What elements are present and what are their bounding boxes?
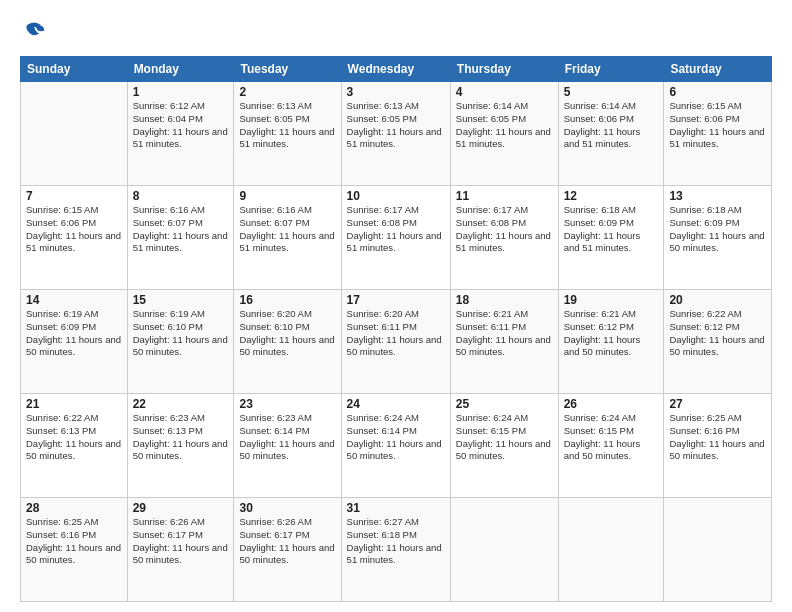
day-info: Sunrise: 6:25 AMSunset: 6:16 PMDaylight:… [669,412,764,461]
day-info: Sunrise: 6:24 AMSunset: 6:15 PMDaylight:… [564,412,641,461]
calendar-cell: 31 Sunrise: 6:27 AMSunset: 6:18 PMDaylig… [341,498,450,602]
weekday-header: Saturday [664,57,772,82]
weekday-header: Tuesday [234,57,341,82]
day-number: 4 [456,85,553,99]
calendar-cell: 7 Sunrise: 6:15 AMSunset: 6:06 PMDayligh… [21,186,128,290]
day-info: Sunrise: 6:22 AMSunset: 6:13 PMDaylight:… [26,412,121,461]
day-info: Sunrise: 6:25 AMSunset: 6:16 PMDaylight:… [26,516,121,565]
day-number: 17 [347,293,445,307]
calendar-cell: 25 Sunrise: 6:24 AMSunset: 6:15 PMDaylig… [450,394,558,498]
calendar-week-row: 7 Sunrise: 6:15 AMSunset: 6:06 PMDayligh… [21,186,772,290]
calendar-cell: 10 Sunrise: 6:17 AMSunset: 6:08 PMDaylig… [341,186,450,290]
calendar-cell [558,498,664,602]
day-info: Sunrise: 6:26 AMSunset: 6:17 PMDaylight:… [239,516,334,565]
calendar-cell: 22 Sunrise: 6:23 AMSunset: 6:13 PMDaylig… [127,394,234,498]
day-number: 25 [456,397,553,411]
day-number: 12 [564,189,659,203]
calendar-cell: 21 Sunrise: 6:22 AMSunset: 6:13 PMDaylig… [21,394,128,498]
weekday-header: Monday [127,57,234,82]
day-info: Sunrise: 6:26 AMSunset: 6:17 PMDaylight:… [133,516,228,565]
logo-icon [20,18,48,46]
day-info: Sunrise: 6:13 AMSunset: 6:05 PMDaylight:… [347,100,442,149]
calendar-cell: 13 Sunrise: 6:18 AMSunset: 6:09 PMDaylig… [664,186,772,290]
day-info: Sunrise: 6:23 AMSunset: 6:13 PMDaylight:… [133,412,228,461]
day-info: Sunrise: 6:16 AMSunset: 6:07 PMDaylight:… [239,204,334,253]
day-number: 30 [239,501,335,515]
calendar-cell: 26 Sunrise: 6:24 AMSunset: 6:15 PMDaylig… [558,394,664,498]
day-number: 1 [133,85,229,99]
calendar-cell: 17 Sunrise: 6:20 AMSunset: 6:11 PMDaylig… [341,290,450,394]
day-info: Sunrise: 6:13 AMSunset: 6:05 PMDaylight:… [239,100,334,149]
day-info: Sunrise: 6:20 AMSunset: 6:10 PMDaylight:… [239,308,334,357]
day-number: 11 [456,189,553,203]
header [20,18,772,46]
day-number: 2 [239,85,335,99]
weekday-header: Wednesday [341,57,450,82]
calendar-cell: 2 Sunrise: 6:13 AMSunset: 6:05 PMDayligh… [234,82,341,186]
day-info: Sunrise: 6:27 AMSunset: 6:18 PMDaylight:… [347,516,442,565]
day-number: 29 [133,501,229,515]
calendar-cell [450,498,558,602]
day-number: 31 [347,501,445,515]
calendar-week-row: 14 Sunrise: 6:19 AMSunset: 6:09 PMDaylig… [21,290,772,394]
calendar-cell: 18 Sunrise: 6:21 AMSunset: 6:11 PMDaylig… [450,290,558,394]
day-number: 5 [564,85,659,99]
calendar-cell: 1 Sunrise: 6:12 AMSunset: 6:04 PMDayligh… [127,82,234,186]
day-number: 21 [26,397,122,411]
calendar-cell: 5 Sunrise: 6:14 AMSunset: 6:06 PMDayligh… [558,82,664,186]
calendar-cell: 20 Sunrise: 6:22 AMSunset: 6:12 PMDaylig… [664,290,772,394]
day-info: Sunrise: 6:16 AMSunset: 6:07 PMDaylight:… [133,204,228,253]
day-info: Sunrise: 6:15 AMSunset: 6:06 PMDaylight:… [669,100,764,149]
calendar-cell [664,498,772,602]
day-number: 28 [26,501,122,515]
day-number: 9 [239,189,335,203]
day-number: 18 [456,293,553,307]
calendar-cell: 27 Sunrise: 6:25 AMSunset: 6:16 PMDaylig… [664,394,772,498]
calendar-body: 1 Sunrise: 6:12 AMSunset: 6:04 PMDayligh… [21,82,772,602]
day-info: Sunrise: 6:20 AMSunset: 6:11 PMDaylight:… [347,308,442,357]
day-number: 24 [347,397,445,411]
day-info: Sunrise: 6:19 AMSunset: 6:10 PMDaylight:… [133,308,228,357]
day-number: 3 [347,85,445,99]
weekday-header: Friday [558,57,664,82]
calendar-cell: 30 Sunrise: 6:26 AMSunset: 6:17 PMDaylig… [234,498,341,602]
day-info: Sunrise: 6:18 AMSunset: 6:09 PMDaylight:… [564,204,641,253]
calendar-cell: 23 Sunrise: 6:23 AMSunset: 6:14 PMDaylig… [234,394,341,498]
day-number: 15 [133,293,229,307]
day-info: Sunrise: 6:17 AMSunset: 6:08 PMDaylight:… [347,204,442,253]
day-number: 14 [26,293,122,307]
calendar-week-row: 21 Sunrise: 6:22 AMSunset: 6:13 PMDaylig… [21,394,772,498]
calendar-cell: 8 Sunrise: 6:16 AMSunset: 6:07 PMDayligh… [127,186,234,290]
calendar-cell: 12 Sunrise: 6:18 AMSunset: 6:09 PMDaylig… [558,186,664,290]
day-info: Sunrise: 6:19 AMSunset: 6:09 PMDaylight:… [26,308,121,357]
day-number: 10 [347,189,445,203]
day-number: 16 [239,293,335,307]
calendar-page: SundayMondayTuesdayWednesdayThursdayFrid… [0,0,792,612]
calendar-cell: 15 Sunrise: 6:19 AMSunset: 6:10 PMDaylig… [127,290,234,394]
day-info: Sunrise: 6:14 AMSunset: 6:05 PMDaylight:… [456,100,551,149]
calendar-cell: 4 Sunrise: 6:14 AMSunset: 6:05 PMDayligh… [450,82,558,186]
calendar-cell: 28 Sunrise: 6:25 AMSunset: 6:16 PMDaylig… [21,498,128,602]
day-number: 13 [669,189,766,203]
calendar-cell: 14 Sunrise: 6:19 AMSunset: 6:09 PMDaylig… [21,290,128,394]
calendar-cell: 9 Sunrise: 6:16 AMSunset: 6:07 PMDayligh… [234,186,341,290]
day-info: Sunrise: 6:14 AMSunset: 6:06 PMDaylight:… [564,100,641,149]
calendar-cell: 11 Sunrise: 6:17 AMSunset: 6:08 PMDaylig… [450,186,558,290]
calendar-table: SundayMondayTuesdayWednesdayThursdayFrid… [20,56,772,602]
calendar-header: SundayMondayTuesdayWednesdayThursdayFrid… [21,57,772,82]
day-number: 23 [239,397,335,411]
weekday-header: Thursday [450,57,558,82]
day-info: Sunrise: 6:18 AMSunset: 6:09 PMDaylight:… [669,204,764,253]
calendar-week-row: 1 Sunrise: 6:12 AMSunset: 6:04 PMDayligh… [21,82,772,186]
day-info: Sunrise: 6:21 AMSunset: 6:11 PMDaylight:… [456,308,551,357]
day-number: 19 [564,293,659,307]
day-number: 20 [669,293,766,307]
weekday-row: SundayMondayTuesdayWednesdayThursdayFrid… [21,57,772,82]
logo [20,18,52,46]
calendar-cell [21,82,128,186]
day-number: 7 [26,189,122,203]
calendar-cell: 24 Sunrise: 6:24 AMSunset: 6:14 PMDaylig… [341,394,450,498]
day-info: Sunrise: 6:21 AMSunset: 6:12 PMDaylight:… [564,308,641,357]
day-number: 22 [133,397,229,411]
calendar-cell: 6 Sunrise: 6:15 AMSunset: 6:06 PMDayligh… [664,82,772,186]
